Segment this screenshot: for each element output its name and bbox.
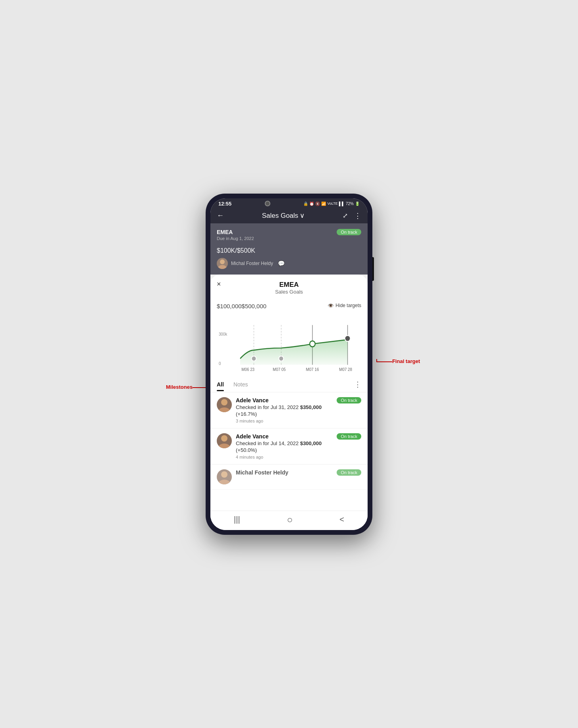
- wifi-icon: 📶: [321, 202, 326, 206]
- hide-targets-label: Hide targets: [335, 303, 361, 308]
- top-nav: ← Sales Goals ∨ ⤢ ⋮: [210, 208, 368, 223]
- activity-name-3: Michal Foster Heldy: [236, 469, 288, 476]
- activity-name-1: Adele Vance: [236, 397, 269, 403]
- status-bar: 12:55 🔒 ⏰ 🔇 📶 VoLTE ▌▌ 72% 🔋: [210, 198, 368, 208]
- alarm-icon: ⏰: [309, 202, 314, 206]
- target-amount: $500,000: [242, 303, 267, 309]
- svg-text:300k: 300k: [219, 332, 227, 336]
- chart-area: 300k 0: [210, 313, 368, 377]
- svg-text:M07 16: M07 16: [306, 367, 319, 372]
- emea-due-date: Due in Aug 1, 2022: [217, 236, 361, 241]
- svg-point-10: [310, 341, 315, 347]
- svg-point-9: [279, 356, 283, 361]
- activity-content-1: Adele Vance On track Checked in for Jul …: [236, 397, 361, 423]
- activity-name-2: Adele Vance: [236, 433, 269, 440]
- activity-pct-1: (+16.7%): [236, 411, 361, 417]
- activity-pct-2: (+50.0%): [236, 447, 361, 453]
- activity-item: Adele Vance On track Checked in for Jul …: [210, 392, 368, 428]
- avatar-michal-3: [217, 469, 232, 484]
- tabs-row: All Notes ⋮: [210, 377, 368, 392]
- back-button-nav[interactable]: <: [339, 515, 344, 524]
- nav-title-group: Sales Goals ∨: [262, 211, 305, 220]
- svg-point-17: [218, 407, 230, 412]
- tabs-more-icon[interactable]: ⋮: [354, 380, 361, 392]
- svg-point-11: [345, 335, 351, 341]
- svg-text:M07 05: M07 05: [273, 367, 286, 372]
- svg-point-18: [221, 435, 227, 442]
- nav-title: Sales Goals: [262, 212, 299, 220]
- hide-targets-button[interactable]: 👁️ Hide targets: [328, 303, 361, 309]
- signal-icon: ▌▌: [339, 202, 345, 206]
- avatar-adele-1: [217, 397, 232, 412]
- recent-apps-button[interactable]: |||: [234, 515, 240, 524]
- activity-time-2: 4 minutes ago: [236, 455, 361, 459]
- bottom-nav: ||| ○ <: [210, 511, 368, 530]
- amount-row: $100,000$500,000 👁️ Hide targets: [210, 298, 368, 313]
- back-button[interactable]: ←: [217, 211, 224, 220]
- comment-icon[interactable]: 💬: [278, 260, 285, 267]
- svg-point-21: [218, 480, 230, 484]
- activity-content-2: Adele Vance On track Checked in for Jul …: [236, 433, 361, 459]
- lock-icon: 🔒: [303, 202, 308, 206]
- close-button[interactable]: ×: [217, 280, 221, 288]
- emea-footer: Michal Foster Heldy 💬: [217, 258, 361, 269]
- emea-summary-card: EMEA On track Due in Aug 1, 2022 $100K/$…: [210, 223, 368, 275]
- phone-screen: 12:55 🔒 ⏰ 🔇 📶 VoLTE ▌▌ 72% 🔋 ← Sales Goa: [210, 198, 368, 530]
- phone-frame: 12:55 🔒 ⏰ 🔇 📶 VoLTE ▌▌ 72% 🔋 ← Sales Goa: [206, 194, 372, 535]
- svg-point-20: [221, 471, 227, 478]
- svg-text:M06 23: M06 23: [241, 367, 254, 372]
- detail-title: EMEA: [217, 281, 361, 289]
- activity-content-3: Michal Foster Heldy On track: [236, 469, 361, 476]
- activity-desc-2: Checked in for Jul 14, 2022 $300,000: [236, 440, 361, 447]
- emea-current: $100K: [217, 247, 235, 254]
- eye-off-icon: 👁️: [328, 303, 334, 309]
- emea-card-title: EMEA: [217, 229, 233, 235]
- chevron-down-icon[interactable]: ∨: [300, 211, 304, 220]
- svg-point-0: [220, 259, 225, 264]
- activity-name-row-3: Michal Foster Heldy On track: [236, 469, 361, 476]
- activity-status-3: On track: [337, 469, 361, 476]
- expand-icon[interactable]: ⤢: [343, 212, 348, 219]
- emea-amount-display: $100K/$500K: [217, 243, 361, 255]
- svg-point-1: [218, 265, 227, 269]
- activity-list: Adele Vance On track Checked in for Jul …: [210, 392, 368, 511]
- tab-all[interactable]: All: [217, 381, 224, 391]
- activity-item: Adele Vance On track Checked in for Jul …: [210, 428, 368, 465]
- activity-time-1: 3 minutes ago: [236, 419, 361, 423]
- activity-item: Michal Foster Heldy On track: [210, 465, 368, 490]
- emea-person-name: Michal Foster Heldy: [231, 261, 273, 266]
- battery-icon: 🔋: [355, 202, 360, 206]
- detail-header: × EMEA Sales Goals: [210, 275, 368, 298]
- more-icon[interactable]: ⋮: [354, 211, 361, 220]
- battery-text: 72%: [346, 202, 354, 206]
- milestones-annotation: Milestones: [166, 384, 193, 390]
- activity-name-row-2: Adele Vance On track: [236, 433, 361, 440]
- svg-text:0: 0: [219, 361, 221, 365]
- status-time: 12:55: [218, 201, 231, 207]
- detail-subtitle: Sales Goals: [217, 289, 361, 295]
- nav-action-icons: ⤢ ⋮: [343, 211, 361, 220]
- camera-icon: [265, 201, 270, 206]
- home-button[interactable]: ○: [287, 514, 293, 525]
- mute-icon: 🔇: [315, 202, 320, 206]
- tab-notes[interactable]: Notes: [233, 381, 248, 391]
- activity-status-1: On track: [337, 397, 361, 403]
- avatar-michal: [217, 258, 228, 269]
- detail-panel: × EMEA Sales Goals $100,000$500,000 👁️ H…: [210, 275, 368, 530]
- main-amount: $100,000$500,000: [217, 301, 266, 310]
- activity-status-2: On track: [337, 433, 361, 440]
- status-icons: 🔒 ⏰ 🔇 📶 VoLTE ▌▌ 72% 🔋: [303, 202, 360, 206]
- emea-target: /$500K: [235, 247, 255, 254]
- svg-point-19: [218, 444, 230, 448]
- activity-desc-1: Checked in for Jul 31, 2022 $350,000: [236, 404, 361, 411]
- power-button: [372, 257, 374, 281]
- activity-name-row-1: Adele Vance On track: [236, 397, 361, 403]
- svg-text:M07 28: M07 28: [339, 367, 352, 372]
- final-target-annotation: Final target: [392, 358, 420, 364]
- progress-chart: 300k 0: [217, 317, 361, 375]
- avatar-adele-2: [217, 433, 232, 448]
- volte-text: VoLTE: [327, 202, 337, 206]
- svg-point-16: [221, 399, 227, 405]
- svg-point-8: [252, 356, 256, 361]
- emea-card-header: EMEA On track: [217, 229, 361, 235]
